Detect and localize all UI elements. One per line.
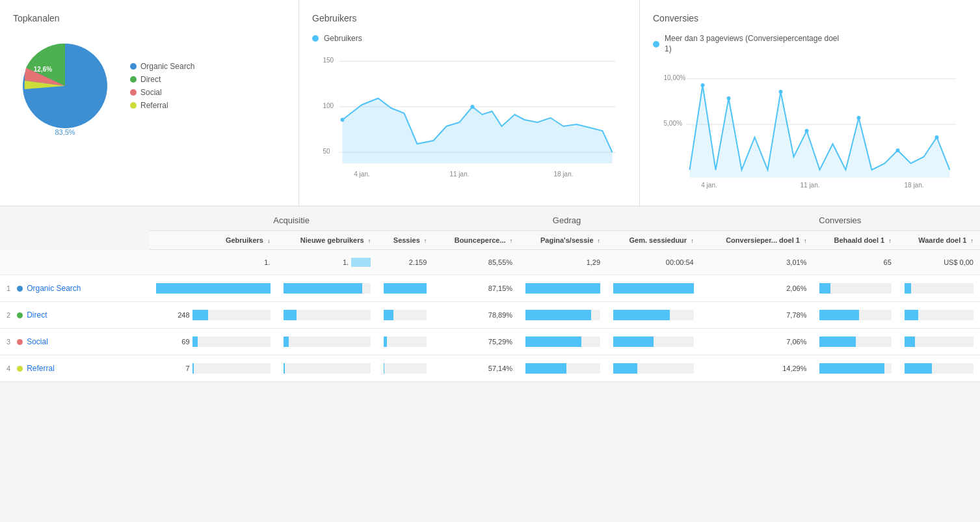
- social-dot: [17, 339, 23, 345]
- sort-icon-sessies: ↑: [424, 238, 427, 244]
- conversies-dot: [653, 41, 659, 48]
- svg-text:11 jan.: 11 jan.: [449, 171, 469, 178]
- r3-gem: [607, 329, 700, 355]
- direct-color-dot: [130, 76, 137, 83]
- r2-gebruikers: 248: [150, 302, 277, 329]
- col-bounce[interactable]: Bounceperce... ↑: [433, 231, 519, 250]
- gebruikers-legend-label: Gebruikers: [324, 34, 362, 43]
- data-table: Acquisitie Gedrag Conversies Gebruikers …: [0, 206, 980, 382]
- direct-name: Direct: [27, 310, 47, 320]
- col-waarde[interactable]: Waarde doel 1 ↑: [898, 231, 980, 250]
- col-conv-pct[interactable]: Conversieper... doel 1 ↑: [700, 231, 814, 250]
- total-conv: 3,01%: [700, 250, 814, 275]
- r4-sessies: [377, 355, 433, 382]
- r3-behaald: [813, 329, 897, 355]
- total-row: 1. 1. 2.159 85,55% 1,29 00:00:54 3,01% 6…: [0, 250, 980, 275]
- r2-conv: 7,78%: [700, 302, 814, 329]
- svg-text:18 jan.: 18 jan.: [904, 182, 923, 189]
- r3-bounce: 75,29%: [433, 329, 519, 355]
- svg-text:11 jan.: 11 jan.: [800, 182, 819, 189]
- total-bounce: 85,55%: [433, 250, 519, 275]
- row2-channel: 2 Direct: [0, 302, 150, 329]
- acquisitie-header: Acquisitie: [150, 206, 433, 231]
- conversies-panel: Conversies Meer dan 3 pageviews (Convers…: [640, 0, 980, 206]
- row1-channel: 1 Organic Search: [0, 275, 150, 302]
- col-behaald[interactable]: Behaald doel 1 ↑: [813, 231, 897, 250]
- svg-point-21: [727, 96, 731, 100]
- col-nieuwe-gebruikers[interactable]: Nieuwe gebruikers ↑: [277, 231, 378, 250]
- table-row: 4 Referral 7: [0, 355, 980, 382]
- svg-point-9: [471, 105, 475, 109]
- r2-gem: [607, 302, 700, 329]
- sort-icon-bounce: ↑: [510, 238, 513, 244]
- r4-conv: 14,29%: [700, 355, 814, 382]
- conversies-legend: Meer dan 3 pageviews (Conversiepercentag…: [653, 34, 967, 54]
- r2-waarde: [898, 302, 980, 329]
- col-gebruikers[interactable]: Gebruikers ↓: [150, 231, 277, 250]
- r4-waarde: [898, 355, 980, 382]
- r2-behaald: [813, 302, 897, 329]
- svg-text:50: 50: [323, 148, 331, 155]
- direct-dot: [17, 312, 23, 318]
- svg-text:10,00%: 10,00%: [664, 74, 686, 81]
- gedrag-header: Gedrag: [433, 206, 700, 231]
- r3-gebruikers: 69: [150, 329, 277, 355]
- referral-dot: [17, 366, 23, 372]
- sort-icon-conv: ↑: [804, 238, 807, 244]
- r1-conv: 2,06%: [700, 275, 814, 302]
- organic-dot: [17, 286, 23, 292]
- r4-gebruikers: 7: [150, 355, 277, 382]
- col-paginas[interactable]: Pagina's/sessie ↑: [519, 231, 607, 250]
- r1-gebruikers: [150, 275, 277, 302]
- r2-bounce: 78,89%: [433, 302, 519, 329]
- direct-label: Direct: [140, 75, 161, 84]
- r4-paginas: [519, 355, 607, 382]
- row4-channel: 4 Referral: [0, 355, 150, 382]
- r3-waarde: [898, 329, 980, 355]
- organic-name: Organic Search: [27, 284, 81, 293]
- conversies-chart: 10,00% 5,00% 4 jan. 11 jan. 18 ja: [653, 61, 967, 193]
- topkanalen-panel: Topkanalen 83,5% 12,6%: [0, 0, 299, 206]
- svg-point-22: [805, 129, 809, 133]
- svg-text:150: 150: [323, 57, 334, 64]
- gebruikers-title: Gebruikers: [312, 13, 626, 23]
- svg-text:4 jan.: 4 jan.: [354, 171, 369, 178]
- col-sessies[interactable]: Sessies ↑: [377, 231, 433, 250]
- conversies-title: Conversies: [653, 13, 967, 23]
- r3-paginas: [519, 329, 607, 355]
- table-row: 1 Organic Search 87,15%: [0, 275, 980, 302]
- sort-icon-behaald: ↑: [888, 238, 892, 244]
- svg-point-10: [341, 118, 345, 122]
- r1-waarde: [898, 275, 980, 302]
- svg-point-18: [701, 83, 705, 87]
- sort-icon-waarde: ↑: [971, 238, 974, 244]
- r1-bounce: 87,15%: [433, 275, 519, 302]
- col-gem-sessie[interactable]: Gem. sessieduur ↑: [607, 231, 700, 250]
- total-paginas: 1,29: [519, 250, 607, 275]
- r1-behaald: [813, 275, 897, 302]
- organic-color-dot: [130, 63, 137, 70]
- total-sessies: 2.159: [377, 250, 433, 275]
- total-waarde: US$ 0,00: [898, 250, 980, 275]
- referral-name: Referral: [27, 364, 55, 373]
- social-name: Social: [27, 337, 48, 346]
- svg-text:18 jan.: 18 jan.: [553, 171, 573, 178]
- svg-point-19: [779, 90, 783, 94]
- topkanalen-legend: Organic Search Direct Social Referral: [130, 62, 194, 110]
- table-row: 3 Social 69: [0, 329, 980, 355]
- r1-gem: [607, 275, 700, 302]
- pie-chart: 83,5% 12,6%: [13, 34, 117, 138]
- referral-label: Referral: [140, 101, 168, 110]
- sort-icon-gebruikers: ↓: [267, 238, 271, 244]
- gebruikers-panel: Gebruikers Gebruikers 150 100 50: [299, 0, 640, 206]
- legend-referral: Referral: [130, 101, 194, 110]
- r4-nieuwe: [277, 355, 378, 382]
- r4-bounce: 57,14%: [433, 355, 519, 382]
- r1-paginas: [519, 275, 607, 302]
- r3-sessies: [377, 329, 433, 355]
- total-behaald: 65: [813, 250, 897, 275]
- sort-icon-gem: ↑: [691, 238, 694, 244]
- gebruikers-dot: [312, 35, 319, 42]
- svg-point-23: [935, 135, 939, 139]
- r4-gem: [607, 355, 700, 382]
